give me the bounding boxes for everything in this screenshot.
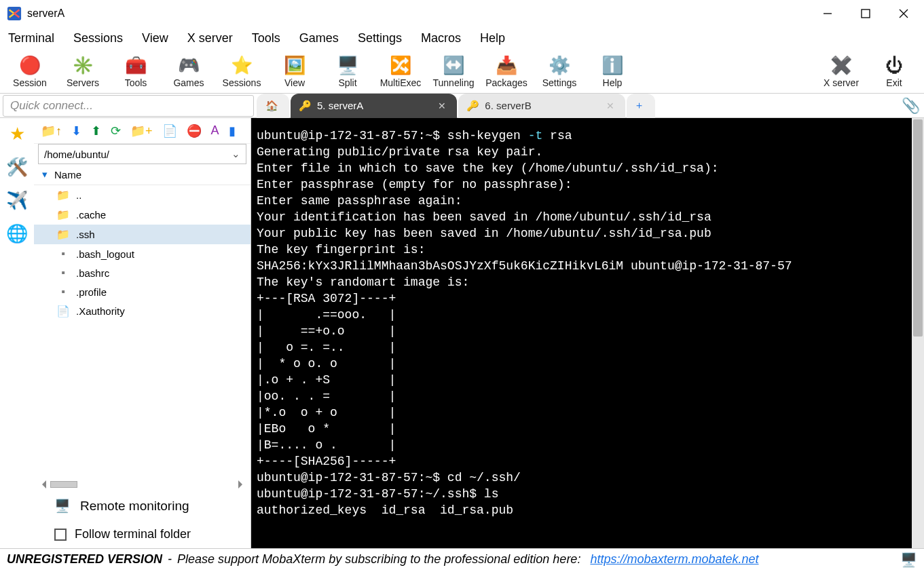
terminal-line: The key fingerprint is:	[257, 242, 917, 258]
new-folder-icon[interactable]: 📁+	[130, 123, 153, 138]
tab-server-b[interactable]: 🔑 6. serverB ✕	[458, 94, 625, 118]
file-row[interactable]: 📄.Xauthority	[34, 301, 251, 321]
tool-x server[interactable]: ✖️X server	[817, 54, 866, 88]
tool-label: Tools	[125, 77, 147, 88]
follow-terminal-row[interactable]: Follow terminal folder	[34, 520, 251, 548]
plus-icon: ＋	[634, 99, 644, 112]
file-name: .ssh	[76, 229, 95, 240]
terminal-line: ubuntu@ip-172-31-87-57:~$ cd ~/.ssh/	[257, 470, 917, 486]
font-icon[interactable]: A	[211, 123, 219, 138]
file-row[interactable]: 📁.ssh	[34, 225, 251, 244]
terminal-line: Enter file in which to save the key (/ho…	[257, 160, 917, 176]
file-name: .profile	[76, 286, 107, 298]
new-tab-button[interactable]: ＋	[627, 94, 655, 118]
sftp-browser-panel: 📁↑ ⬇ ⬆ ⟳ 📁+ 📄 ⛔ A ▮ /home/ubuntu/ ⌄ ▾ Na…	[34, 118, 251, 548]
tool-view[interactable]: 🖼️View	[270, 54, 319, 88]
tool-settings[interactable]: ⚙️Settings	[535, 54, 584, 88]
tool-tunneling[interactable]: ↔️Tunneling	[429, 54, 478, 88]
close-window-button[interactable]	[885, 0, 923, 27]
sftp-h-scrollbar[interactable]	[34, 478, 251, 491]
terminal-line: Enter same passphrase again:	[257, 193, 917, 209]
terminal-scrollbar[interactable]	[912, 118, 924, 548]
file-row[interactable]: 📁.cache	[34, 205, 251, 225]
follow-terminal-checkbox[interactable]	[54, 529, 67, 541]
download-icon[interactable]: ⬇	[71, 123, 81, 138]
delete-icon[interactable]: ⛔	[187, 123, 202, 138]
tool-tools[interactable]: 🧰Tools	[111, 54, 160, 88]
terminal-line: The key's randomart image is:	[257, 274, 917, 290]
sftp-toolbar: 📁↑ ⬇ ⬆ ⟳ 📁+ 📄 ⛔ A ▮	[34, 118, 251, 144]
terminal-line: |B=.... o . |	[257, 437, 917, 453]
multiexec-icon: 🔀	[390, 54, 411, 77]
chevron-down-icon: ▾	[42, 168, 48, 180]
tool-help[interactable]: ℹ️Help	[588, 54, 637, 88]
menu-help[interactable]: Help	[480, 31, 505, 45]
help-icon: ℹ️	[602, 54, 623, 77]
terminal-line: |*.o o + o |	[257, 404, 917, 421]
tool-packages[interactable]: 📥Packages	[482, 54, 531, 88]
home-tab[interactable]: 🏠	[257, 94, 289, 118]
close-tab-icon[interactable]: ✕	[438, 100, 446, 111]
new-file-icon[interactable]: 📄	[162, 123, 177, 138]
paperclip-icon[interactable]: 📎	[897, 97, 924, 115]
footer-sep: -	[168, 552, 172, 567]
tool-session[interactable]: 🔴Session	[5, 54, 54, 88]
send-icon[interactable]: ✈️	[6, 190, 28, 211]
menu-tools[interactable]: Tools	[252, 31, 280, 45]
remote-monitoring-row[interactable]: 🖥️ Remote monitoring	[34, 491, 251, 520]
tool-games[interactable]: 🎮Games	[164, 54, 213, 88]
file-icon: ▪	[56, 267, 71, 279]
star-icon[interactable]: ★	[10, 123, 25, 145]
minimize-button[interactable]	[809, 0, 847, 27]
up-folder-icon[interactable]: 📁↑	[41, 123, 62, 138]
menu-view[interactable]: View	[142, 31, 168, 45]
menu-settings[interactable]: Settings	[358, 31, 402, 45]
menu-terminal[interactable]: Terminal	[8, 31, 54, 45]
body-area: ★ 🛠️ ✈️ 🌐 📁↑ ⬇ ⬆ ⟳ 📁+ 📄 ⛔ A ▮ /home/ubun…	[0, 118, 924, 548]
tool-label: Exit	[886, 77, 902, 88]
terminal-line: |oo. . . = |	[257, 388, 917, 404]
follow-terminal-label: Follow terminal folder	[75, 527, 191, 541]
tool-sessions[interactable]: ⭐Sessions	[217, 54, 266, 88]
sftp-column-header[interactable]: ▾ Name	[34, 164, 251, 185]
tool-servers[interactable]: ✳️Servers	[58, 54, 107, 88]
tools-icon[interactable]: 🛠️	[6, 157, 28, 178]
menu-sessions[interactable]: Sessions	[73, 31, 123, 45]
tool-label: MultiExec	[380, 77, 422, 88]
x server-icon: ✖️	[830, 54, 852, 77]
tool-exit[interactable]: ⏻Exit	[870, 54, 919, 88]
terminal-line: +---[RSA 3072]----+	[257, 290, 917, 307]
footer-link[interactable]: https://mobaxterm.mobatek.net	[590, 552, 758, 567]
tab-strip-row: Quick connect... 🏠 🔑 5. serverA ✕ 🔑 6. s…	[0, 94, 924, 118]
session-tabs: 🏠 🔑 5. serverA ✕ 🔑 6. serverB ✕ ＋	[257, 94, 897, 118]
file-row[interactable]: ▪.bashrc	[34, 263, 251, 282]
terminal-line: SHA256:kYx3JRlilMMhaan3bAsOSJYzXf5uk6Kic…	[257, 258, 917, 274]
quick-connect-input[interactable]: Quick connect...	[3, 95, 254, 117]
file-row[interactable]: 📁..	[34, 185, 251, 205]
close-tab-icon[interactable]: ✕	[606, 100, 614, 111]
unregistered-label: UNREGISTERED VERSION	[7, 552, 162, 567]
sftp-path-input[interactable]: /home/ubuntu/ ⌄	[38, 144, 246, 164]
file-row[interactable]: ▪.profile	[34, 282, 251, 301]
menu-macros[interactable]: Macros	[421, 31, 461, 45]
upload-icon[interactable]: ⬆	[91, 123, 101, 138]
menu-games[interactable]: Games	[299, 31, 339, 45]
toggle-panel-icon[interactable]: ▮	[229, 123, 236, 138]
globe-icon[interactable]: 🌐	[6, 223, 28, 244]
terminal-line: Generating public/private rsa key pair.	[257, 144, 917, 160]
file-name: .Xauthority	[76, 305, 125, 317]
exit-icon: ⏻	[885, 54, 903, 77]
file-row[interactable]: ▪.bash_logout	[34, 244, 251, 263]
terminal-pane[interactable]: ubuntu@ip-172-31-87-57:~$ ssh-keygen -t …	[251, 118, 924, 548]
maximize-button[interactable]	[847, 0, 885, 27]
refresh-icon[interactable]: ⟳	[111, 123, 121, 138]
menu-x-server[interactable]: X server	[187, 31, 233, 45]
tool-multiexec[interactable]: 🔀MultiExec	[376, 54, 425, 88]
tool-split[interactable]: 🖥️Split	[323, 54, 372, 88]
monitor-icon[interactable]: 🖥️	[900, 552, 917, 568]
games-icon: 🎮	[178, 54, 200, 77]
file-icon: ▪	[56, 248, 71, 260]
tab-server-a[interactable]: 🔑 5. serverA ✕	[291, 94, 457, 118]
tool-label: Split	[338, 77, 356, 88]
settings-icon: ⚙️	[549, 54, 570, 77]
